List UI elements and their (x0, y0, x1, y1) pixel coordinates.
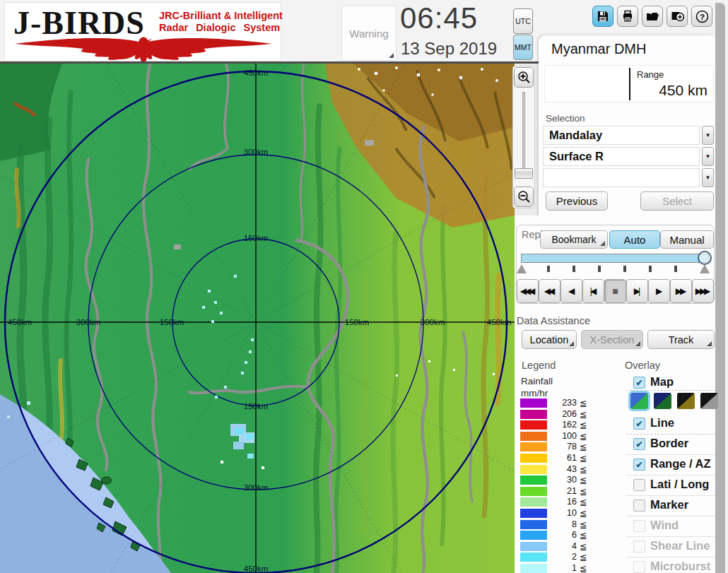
location-button[interactable]: Location (522, 330, 577, 349)
bookmark-button[interactable]: Bookmark (540, 230, 608, 249)
map-style-color[interactable] (630, 393, 648, 409)
checkbox[interactable]: ✔ (633, 418, 645, 430)
overlay-item-label: Map (650, 375, 674, 389)
legend-value: 21 (548, 486, 577, 496)
range-ring-label: 150km (345, 318, 370, 326)
map-style-swatch-icon (677, 393, 695, 409)
range-ring-label: 150km (160, 318, 184, 326)
selection-combo-value[interactable]: Mandalay (543, 126, 700, 145)
checkbox[interactable]: ✔ (633, 438, 645, 450)
mmt-button[interactable]: MMT (513, 35, 533, 60)
track-button[interactable]: Track (647, 330, 715, 349)
forward-fastest-button[interactable]: ▶▶▶ (692, 279, 714, 303)
map-style-olive[interactable] (677, 393, 695, 409)
range-ring-label: 300km (76, 318, 101, 326)
slider-end-marker-icon[interactable] (700, 264, 710, 273)
slider-start-marker-icon[interactable] (517, 264, 527, 273)
step-back-button[interactable]: |◀ (582, 279, 604, 303)
checkbox[interactable] (633, 500, 645, 512)
separator (626, 390, 715, 391)
legend-operator: ≦ (580, 431, 587, 442)
map-style-gray[interactable] (700, 393, 718, 409)
overlay-item-wind[interactable]: Wind (628, 518, 715, 536)
play-reverse-button[interactable]: ◀ (560, 279, 582, 303)
rewind-fast-button[interactable]: ◀◀ (539, 279, 560, 303)
checkbox[interactable] (633, 520, 645, 532)
checkbox[interactable] (633, 540, 645, 553)
rewind-fastest-button[interactable]: ◀◀◀ (517, 279, 539, 303)
legend-value: 2 (548, 552, 577, 562)
replay-slider-track[interactable] (521, 254, 709, 263)
warning-label: Warning (349, 28, 388, 40)
legend-color-swatch (520, 509, 547, 518)
chevron-down-icon[interactable]: ▼ (702, 126, 714, 145)
question-icon: ? (695, 10, 709, 23)
map-style-swatches (630, 393, 718, 409)
checkbox[interactable] (633, 479, 645, 491)
manual-button[interactable]: Manual (660, 230, 714, 249)
step-forward-button[interactable]: ▶| (626, 279, 648, 303)
eagle-icon (9, 34, 278, 62)
radar-map-canvas: 450km300km150km150km300km450km450km300km… (0, 64, 515, 573)
zoom-in-button[interactable] (514, 67, 534, 88)
slider-tick (623, 266, 626, 272)
checkbox[interactable]: ✔ (633, 377, 645, 389)
zoom-slider-handle[interactable] (515, 168, 533, 179)
range-ring-label: 450km (244, 69, 269, 77)
chevron-down-icon[interactable]: ▼ (702, 147, 714, 166)
overlay-item-marker[interactable]: Marker (628, 497, 715, 516)
slider-tick (649, 266, 652, 272)
replay-slider-handle[interactable] (698, 251, 712, 265)
legend-color-swatch (520, 497, 547, 507)
separator (626, 454, 715, 455)
selection-combo-value[interactable]: Surface R (543, 147, 700, 166)
open-button[interactable] (642, 6, 663, 27)
previous-button[interactable]: Previous (546, 191, 608, 211)
slider-tick (598, 266, 601, 272)
range-divider (629, 68, 630, 100)
overlay-item-line[interactable]: ✔ Line (628, 415, 715, 434)
legend-value: 4 (548, 541, 577, 551)
legend-value: 6 (548, 530, 577, 540)
selection-combo-value[interactable] (543, 168, 700, 187)
legend-value: 233 (548, 398, 577, 408)
overlay-item-microburst[interactable]: Microburst (628, 559, 715, 573)
radar-map[interactable]: 450km300km150km150km300km450km450km300km… (0, 64, 515, 573)
separator (626, 475, 715, 475)
checkbox[interactable]: ✔ (633, 459, 645, 471)
stop-button[interactable]: ■ (604, 279, 626, 303)
overlay-item-range-az[interactable]: ✔ Range / AZ (628, 456, 715, 475)
checkbox[interactable] (633, 561, 645, 573)
legend-color-swatch (520, 520, 547, 529)
legend-value: 78 (548, 442, 577, 451)
save-button[interactable] (592, 6, 613, 27)
overlay-item-label: Shear Line (650, 539, 710, 553)
forward-fast-button[interactable]: ▶▶ (670, 279, 692, 303)
corner-fold-icon (600, 241, 605, 246)
help-button[interactable]: ? (691, 6, 712, 27)
capture-button[interactable] (667, 6, 688, 27)
range-ring-label: 300km (244, 483, 269, 492)
chevron-down-icon[interactable]: ▼ (702, 168, 714, 187)
play-button[interactable]: ▶ (648, 279, 670, 303)
overlay-item-border[interactable]: ✔ Border (628, 436, 715, 454)
select-button[interactable]: Select (640, 191, 714, 211)
overlay-item-label: Marker (650, 498, 688, 512)
overlay-item-shear-line[interactable]: Shear Line (628, 538, 715, 557)
overlay-item-lati-long[interactable]: Lati / Long (628, 477, 715, 495)
print-button[interactable] (617, 6, 638, 27)
legend-color-swatch (520, 410, 547, 419)
auto-button[interactable]: Auto (609, 230, 660, 249)
zoom-slider-track[interactable] (522, 92, 525, 178)
zoom-out-button[interactable] (514, 187, 534, 207)
utc-button[interactable]: UTC (513, 8, 533, 34)
x-section-button[interactable]: X-Section (581, 330, 643, 349)
warning-button[interactable]: Warning (341, 6, 397, 61)
map-style-dark[interactable] (654, 393, 671, 409)
da-button-label: X-Section (590, 334, 635, 345)
range-ring-label: 300km (421, 318, 445, 326)
legend-color-swatch (520, 553, 547, 562)
legend-value: 16 (548, 497, 577, 507)
jbirds-app: J-BIRDS JRC-Brilliant & Intelligent Rada… (0, 0, 728, 573)
magnifier-minus-icon (517, 190, 531, 204)
